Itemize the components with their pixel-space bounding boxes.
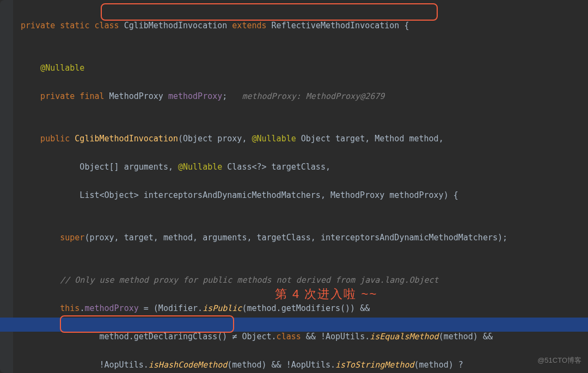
field-name: methodProxy: [168, 91, 222, 101]
keyword-extends: extends: [232, 21, 271, 30]
annotation-nullable: @Nullable: [21, 63, 84, 73]
expr: (method) &&: [439, 332, 493, 341]
semicolon: ;: [222, 91, 242, 101]
not-equal-op: ≠: [232, 332, 237, 341]
expr: !AopUtils.: [21, 360, 149, 370]
annotation-nullable: @Nullable: [178, 162, 227, 172]
static-method: isHashCodeMethod: [149, 360, 228, 370]
params: List<Object> interceptorsAndDynamicMetho…: [21, 190, 458, 200]
type-name: MethodProxy: [109, 91, 168, 101]
keyword-private-final: private final: [21, 91, 109, 101]
code-line[interactable]: List<Object> interceptorsAndDynamicMetho…: [21, 188, 507, 202]
code-line[interactable]: super(proxy, target, method, arguments, …: [21, 231, 507, 245]
code-line[interactable]: // Only use method proxy for public meth…: [21, 273, 507, 287]
params: Object[] arguments,: [21, 162, 178, 172]
keyword-this: this: [21, 303, 79, 313]
static-method: isPublic: [203, 303, 242, 313]
watermark-text: @51CTO博客: [537, 353, 581, 368]
static-method: isToStringMethod: [335, 360, 414, 370]
user-annotation-text: 第 4 次进入啦 ~~: [275, 287, 377, 301]
highlight-box-class-declaration: [101, 3, 438, 21]
highlight-box-return-statement: [60, 315, 234, 333]
expr: method.getDeclaringClass(): [21, 332, 232, 341]
expr: (method) && !AopUtils.: [227, 360, 335, 370]
keyword-super: super: [21, 233, 84, 243]
code-line[interactable]: private final MethodProxy methodProxy; m…: [21, 89, 507, 103]
expr: (method) ?: [414, 360, 463, 370]
field-name: methodProxy: [84, 303, 143, 313]
code-line[interactable]: this.methodProxy = (Modifier.isPublic(me…: [21, 301, 507, 315]
annotation-nullable: @Nullable: [252, 134, 301, 144]
constructor-name: CglibMethodInvocation: [75, 134, 178, 144]
class-name: CglibMethodInvocation: [124, 21, 232, 30]
static-method: isEqualsMethod: [370, 332, 438, 341]
expr: (method.getModifiers()) &&: [242, 303, 370, 313]
code-line[interactable]: Object[] arguments, @Nullable Class<?> t…: [21, 160, 507, 174]
params: Class<?> targetClass,: [227, 162, 330, 172]
call-args: (proxy, target, method, arguments, targe…: [84, 233, 507, 243]
expr: && !AopUtils.: [306, 332, 370, 341]
params: Object target, Method method,: [301, 134, 444, 144]
superclass-name: ReflectiveMethodInvocation {: [272, 21, 409, 30]
params: (Object proxy,: [178, 134, 252, 144]
inline-debug-value: methodProxy: MethodProxy@2679: [242, 91, 384, 101]
keyword-public: public: [21, 134, 75, 144]
keyword-private: private static class: [21, 21, 124, 30]
expr: = (Modifier.: [144, 303, 203, 313]
code-line[interactable]: !AopUtils.isHashCodeMethod(method) && !A…: [21, 358, 507, 372]
expr: Object.: [237, 332, 276, 341]
keyword-class: class: [277, 332, 306, 341]
comment-line: // Only use method proxy for public meth…: [21, 275, 439, 285]
code-line[interactable]: @Nullable: [21, 61, 507, 75]
code-line[interactable]: public CglibMethodInvocation(Object prox…: [21, 132, 507, 146]
